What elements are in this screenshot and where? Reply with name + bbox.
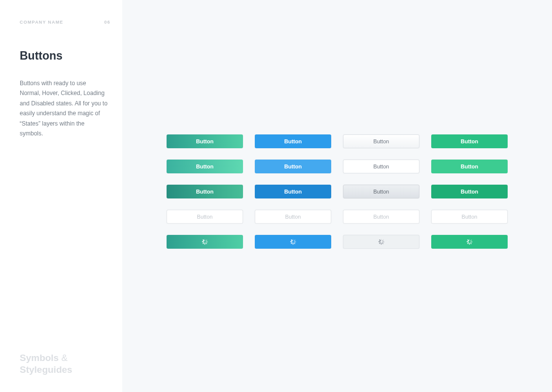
button-green-normal[interactable]: Button <box>431 134 508 148</box>
button-teal-clicked[interactable]: Button <box>167 185 243 198</box>
button-white-disabled: Button <box>343 210 419 224</box>
button-grid: Button Button Button Button Button Butto… <box>167 134 508 249</box>
page-number: 06 <box>104 20 110 25</box>
button-white-normal[interactable]: Button <box>343 134 419 148</box>
button-blue-disabled: Button <box>255 210 331 224</box>
footer-brand: Symbols & Styleguides <box>20 352 72 376</box>
button-label: Button <box>196 138 213 144</box>
button-green-loading[interactable] <box>431 235 508 249</box>
spinner-icon <box>467 239 473 245</box>
button-label: Button <box>285 214 301 220</box>
button-label: Button <box>461 138 478 144</box>
spinner-icon <box>379 239 384 245</box>
button-label: Button <box>374 214 389 220</box>
spinner-icon <box>290 239 296 245</box>
button-teal-disabled: Button <box>167 210 243 224</box>
button-blue-clicked[interactable]: Button <box>255 185 331 198</box>
button-teal-hover[interactable]: Button <box>167 160 243 173</box>
button-teal-normal[interactable]: Button <box>167 134 243 148</box>
button-white-clicked[interactable]: Button <box>343 185 419 198</box>
sidebar: COMPANY NAME 06 Buttons Buttons with rea… <box>0 0 122 392</box>
button-blue-normal[interactable]: Button <box>255 134 331 148</box>
button-green-disabled: Button <box>431 210 508 224</box>
button-label: Button <box>284 189 302 195</box>
page-description: Buttons with ready to use Normal, Hover,… <box>20 78 108 138</box>
button-green-hover[interactable]: Button <box>431 160 508 173</box>
button-label: Button <box>374 189 389 195</box>
page-title: Buttons <box>20 49 110 63</box>
footer-line-2: Styleguides <box>20 364 72 375</box>
sidebar-header: COMPANY NAME 06 <box>20 20 110 25</box>
button-label: Button <box>196 163 213 169</box>
button-label: Button <box>461 189 478 195</box>
button-green-clicked[interactable]: Button <box>431 185 508 198</box>
button-white-hover[interactable]: Button <box>343 160 419 173</box>
button-white-loading[interactable] <box>343 235 419 249</box>
button-label: Button <box>374 138 389 144</box>
button-label: Button <box>196 189 213 195</box>
canvas: Button Button Button Button Button Butto… <box>122 0 552 392</box>
button-label: Button <box>462 214 478 220</box>
button-label: Button <box>284 163 302 169</box>
button-blue-loading[interactable] <box>255 235 331 249</box>
button-teal-loading[interactable] <box>167 235 243 249</box>
footer-ampersand: & <box>61 353 68 363</box>
company-name-label: COMPANY NAME <box>20 20 64 25</box>
button-label: Button <box>197 214 213 220</box>
button-label: Button <box>461 163 478 169</box>
button-label: Button <box>374 163 389 169</box>
spinner-icon <box>202 239 208 245</box>
button-blue-hover[interactable]: Button <box>255 160 331 173</box>
button-label: Button <box>284 138 302 144</box>
footer-line-1: Symbols <box>20 353 59 363</box>
